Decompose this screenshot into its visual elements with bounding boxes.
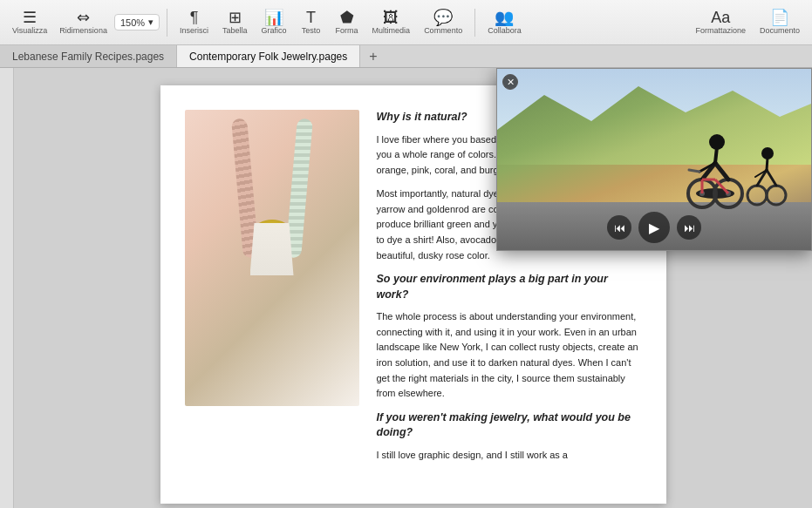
- forward-button[interactable]: ⏭: [677, 215, 701, 240]
- chart-button[interactable]: 📊 Grafico: [256, 7, 292, 37]
- main-area: Why is it natural? I love fiber where yo…: [0, 68, 812, 508]
- collab-label: Collabora: [488, 26, 522, 35]
- divider-1: [167, 9, 167, 37]
- video-overlay: ✕: [496, 68, 812, 251]
- collab-icon: 👥: [495, 10, 514, 25]
- insert-label: Inserisci: [180, 26, 208, 35]
- tabs-bar: Lebanese Family Recipes.pages Contempora…: [0, 45, 812, 68]
- view-label: Visualizza: [12, 26, 47, 35]
- svg-line-18: [767, 158, 768, 170]
- svg-line-10: [689, 170, 699, 172]
- document-button[interactable]: 📄 Documento: [754, 7, 805, 37]
- add-tab-button[interactable]: +: [360, 45, 386, 67]
- paragraph-4: I still love graphic design, and I still…: [377, 448, 642, 464]
- chart-label: Grafico: [262, 26, 287, 35]
- sidebar: [0, 68, 14, 508]
- media-button[interactable]: 🖼 Multimedia: [367, 7, 416, 37]
- format-icon: Aa: [711, 10, 730, 25]
- comment-label: Commento: [424, 26, 462, 35]
- document-area[interactable]: Why is it natural? I love fiber where yo…: [14, 68, 812, 508]
- tab-1[interactable]: Lebanese Family Recipes.pages: [0, 45, 177, 67]
- resize-icon: ⇔: [77, 10, 90, 25]
- table-label: Tabella: [222, 26, 248, 35]
- forward-icon: ⏭: [684, 221, 695, 234]
- zoom-control[interactable]: 150% ▾: [114, 14, 160, 30]
- shape-icon: ⬟: [340, 10, 354, 25]
- tab-2[interactable]: Contemporary Folk Jewelry.pages: [177, 45, 360, 67]
- media-icon: 🖼: [383, 10, 399, 25]
- rope-tassel: [250, 223, 294, 275]
- comment-button[interactable]: 💬 Commento: [419, 7, 467, 37]
- heading-3: If you weren't making jewelry, what woul…: [377, 410, 642, 441]
- insert-icon: ¶: [190, 10, 199, 25]
- tab-1-label: Lebanese Family Recipes.pages: [12, 51, 164, 63]
- svg-point-19: [761, 147, 774, 159]
- zoom-value: 150%: [120, 17, 145, 28]
- media-label: Multimedia: [372, 26, 411, 35]
- document-label: Documento: [760, 26, 800, 35]
- text-label: Testo: [302, 26, 321, 35]
- paragraph-3: The whole process is about understanding…: [377, 309, 642, 402]
- ridimensiona-button[interactable]: ⇔ Ridimensiona: [54, 7, 113, 37]
- text-button[interactable]: T Testo: [296, 7, 327, 37]
- play-button[interactable]: ▶: [638, 212, 670, 243]
- necklace-illustration: [220, 119, 324, 275]
- svg-point-14: [747, 186, 767, 205]
- format-label: Formattazione: [695, 26, 746, 35]
- collab-button[interactable]: 👥 Collabora: [482, 7, 527, 37]
- document-icon: 📄: [770, 10, 789, 25]
- heading-2: So your environment plays a big part in …: [377, 272, 642, 302]
- view-icon: ☰: [23, 10, 37, 25]
- shape-button[interactable]: ⬟ Forma: [331, 7, 364, 37]
- video-close-button[interactable]: ✕: [502, 74, 518, 90]
- insert-button[interactable]: ¶ Inserisci: [174, 7, 214, 37]
- zoom-arrow: ▾: [148, 17, 154, 28]
- svg-point-15: [767, 186, 786, 205]
- video-controls: ⏮ ▶ ⏭: [607, 212, 701, 243]
- format-button[interactable]: Aa Formattazione: [690, 7, 751, 37]
- visualizza-button[interactable]: ☰ Visualizza: [7, 7, 52, 37]
- add-tab-icon: +: [369, 49, 377, 64]
- text-icon: T: [306, 10, 316, 25]
- page-image-column: [185, 110, 359, 471]
- jewelry-image: [185, 110, 359, 406]
- resize-label: Ridimensiona: [59, 26, 107, 35]
- toolbar: ☰ Visualizza ⇔ Ridimensiona 150% ▾ ¶ Ins…: [0, 0, 812, 45]
- rewind-icon: ⏮: [614, 221, 625, 234]
- play-icon: ▶: [649, 220, 659, 236]
- shape-label: Forma: [336, 26, 358, 35]
- svg-point-8: [709, 134, 725, 150]
- svg-line-17: [767, 170, 776, 186]
- table-icon: ⊞: [229, 10, 242, 25]
- rewind-button[interactable]: ⏮: [607, 215, 631, 240]
- svg-line-6: [715, 163, 728, 179]
- chart-icon: 📊: [264, 10, 283, 25]
- divider-2: [474, 9, 475, 37]
- table-button[interactable]: ⊞ Tabella: [217, 7, 253, 37]
- comment-icon: 💬: [433, 10, 453, 25]
- tab-2-label: Contemporary Folk Jewelry.pages: [189, 51, 347, 63]
- cyclists-svg: [619, 111, 794, 224]
